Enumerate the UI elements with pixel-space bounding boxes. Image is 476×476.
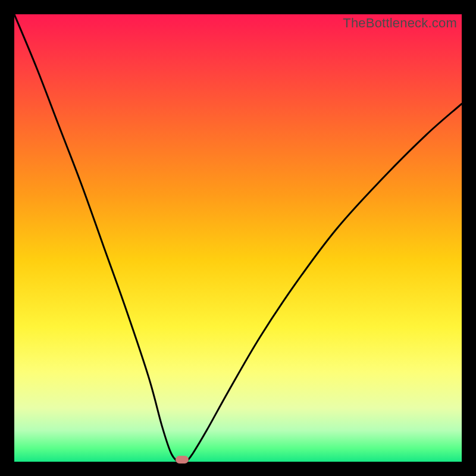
optimum-marker — [176, 456, 189, 464]
curve-left-branch — [14, 14, 177, 462]
plot-frame: TheBottleneck.com — [14, 14, 462, 462]
watermark-text: TheBottleneck.com — [343, 15, 457, 31]
bottleneck-curve — [14, 14, 462, 462]
curve-right-branch — [187, 104, 462, 462]
